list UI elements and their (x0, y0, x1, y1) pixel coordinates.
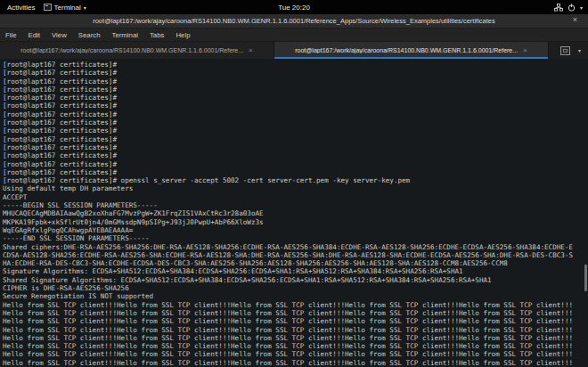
terminal-line: [root@lapt167 certificates]# (3, 77, 588, 86)
terminal-line: Hello from SSL TCP client!!!Hello from S… (3, 350, 588, 358)
terminal-line: [root@lapt167 certificates]# (3, 94, 588, 102)
terminal-line: [root@lapt167 certificates]# (3, 110, 588, 118)
terminal-line: MHUCAQECAgMDBAIAawQgB2xoXhaFG7MvzPgW+ZK1… (3, 209, 588, 217)
menu-help[interactable]: Help (176, 31, 190, 39)
terminal-line: Signature Algorithms: ECDSA+SHA512:ECDSA… (3, 267, 588, 275)
terminal-line: -----BEGIN SSL SESSION PARAMETERS----- (3, 201, 588, 209)
terminal-line: Shared ciphers:DHE-RSA-AES256-SHA256:DHE… (3, 243, 588, 251)
menu-file[interactable]: File (5, 31, 17, 39)
terminal-line: Hello from SSL TCP client!!!Hello from S… (3, 301, 588, 309)
new-terminal-tab-icon[interactable] (560, 46, 570, 55)
terminal-line: HA:ECDHE-RSA-DES-CBC3-SHA:ECDHE-ECDSA-DE… (3, 259, 588, 267)
terminal-line: [root@lapt167 certificates]# (3, 69, 588, 77)
window-titlebar: root@lapt167:/work/ajay/caroona/RS14100.… (0, 14, 588, 29)
terminal-line: Hello from SSL TCP client!!!Hello from S… (3, 334, 588, 342)
terminal-line: [root@lapt167 certificates]# (3, 118, 588, 126)
terminal-app-icon (44, 4, 52, 11)
terminal-line: Using default temp DH parameters (3, 184, 588, 192)
terminal-line: MKPKA19Fpbk+xkSflrUt0jn4/0mGMssdpN9pSIPg… (3, 218, 588, 226)
app-menu[interactable]: Terminal ▾ (44, 4, 86, 12)
power-icon[interactable] (568, 4, 576, 12)
terminal-tab-2-active[interactable]: root@lapt167:/work/ajay/caroona/RS14100.… (274, 42, 549, 59)
terminal-line: CIPHER is DHE-RSA-AES256-SHA256 (3, 284, 588, 292)
app-menu-label: Terminal (54, 4, 81, 12)
tab-bar: root@lapt167:/work/ajay/caroona/RS14100.… (0, 42, 588, 59)
tab-label: root@lapt167:/work/ajay/caroona/RS14100.… (20, 47, 243, 53)
terminal-line: [root@lapt167 certificates]# (3, 102, 588, 110)
activities-button[interactable]: Activities (4, 3, 38, 12)
terminal-line: ACCEPT (3, 193, 588, 201)
menubar: File Edit View Search Terminal Tabs Help (0, 29, 588, 42)
clock[interactable]: Tue 20:20 (0, 4, 588, 12)
terminal-line: [root@lapt167 certificates]# (3, 143, 588, 151)
menu-view[interactable]: View (52, 31, 67, 39)
terminal-line: Hello from SSL TCP client!!!Hello from S… (3, 342, 588, 350)
menu-edit[interactable]: Edit (29, 31, 40, 39)
menu-search[interactable]: Search (78, 31, 101, 39)
terminal-line: -----END SSL SESSION PARAMETERS----- (3, 234, 588, 242)
chevron-down-icon[interactable]: ▾ (580, 4, 583, 11)
terminal-line: [root@lapt167 certificates]# openssl s_s… (3, 176, 588, 184)
terminal-line: Hello from SSL TCP client!!!Hello from S… (3, 359, 588, 367)
tab-label: root@lapt167:/work/ajay/caroona/RS14100.… (295, 47, 518, 53)
terminal-line: [root@lapt167 certificates]# (3, 61, 588, 69)
network-icon[interactable] (554, 4, 563, 12)
terminal-line: [root@lapt167 certificates]# (3, 151, 588, 159)
terminal-line: [root@lapt167 certificates]# (3, 160, 588, 168)
terminal-tab-1[interactable]: root@lapt167:/work/ajay/caroona/RS14100.… (0, 42, 274, 59)
terminal-line: Secure Renegotiation IS NOT supported (3, 292, 588, 300)
terminal-line: Hello from SSL TCP client!!!Hello from S… (3, 326, 588, 334)
window-close-button[interactable]: × (573, 15, 577, 24)
tab-close-icon[interactable]: × (249, 46, 253, 54)
tab-list-chevron-down-icon[interactable]: ▾ (578, 47, 581, 53)
terminal-line: [root@lapt167 certificates]# (3, 126, 588, 135)
terminal-line: CDSA-AES128-SHA256:ECDHE-RSA-AES256-SHA:… (3, 251, 588, 259)
terminal-line: [root@lapt167 certificates]# (3, 168, 588, 176)
terminal-line: WqEGAgRfxlgPogQCAhwgpAYEBAEAAAA= (3, 226, 588, 234)
chevron-down-icon: ▾ (84, 4, 86, 11)
menu-tabs[interactable]: Tabs (150, 31, 164, 39)
tab-close-icon[interactable]: × (523, 46, 527, 54)
terminal-line: [root@lapt167 certificates]# (3, 86, 588, 94)
terminal-line: Hello from SSL TCP client!!!Hello from S… (3, 309, 588, 317)
terminal-line: Shared Signature Algorithms: ECDSA+SHA51… (3, 276, 588, 284)
terminal-output[interactable]: [root@lapt167 certificates]#[root@lapt16… (0, 59, 588, 367)
window-title: root@lapt167:/work/ajay/caroona/RS14100.… (93, 17, 495, 25)
menu-terminal[interactable]: Terminal (112, 31, 138, 39)
terminal-line: [root@lapt167 certificates]# (3, 135, 588, 143)
gnome-top-bar: Activities Terminal ▾ Tue 20:20 ▾ (0, 0, 588, 14)
terminal-line: Hello from SSL TCP client!!!Hello from S… (3, 317, 588, 325)
terminal-scrollbar-thumb[interactable] (584, 265, 587, 291)
